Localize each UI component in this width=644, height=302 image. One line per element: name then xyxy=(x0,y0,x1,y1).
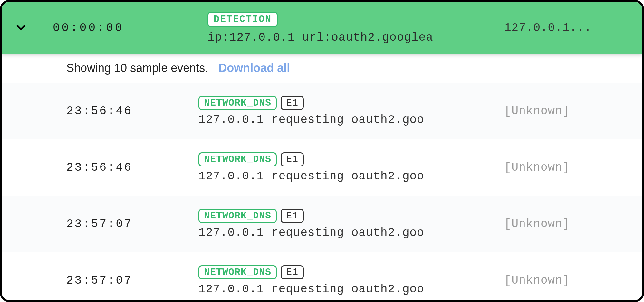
event-desc-cell: NETWORK_DNS E1 127.0.0.1 requesting oaut… xyxy=(198,152,504,183)
event-time: 23:56:46 xyxy=(66,161,198,174)
detection-header-row[interactable]: 00:00:00 DETECTION ip:127.0.0.1 url:oaut… xyxy=(2,2,642,54)
event-code-badge: E1 xyxy=(281,96,304,110)
event-time: 23:57:07 xyxy=(66,217,198,231)
event-time: 23:56:46 xyxy=(66,105,198,118)
event-text: 127.0.0.1 requesting oauth2.goo xyxy=(198,283,504,296)
header-source: 127.0.0.1... xyxy=(504,21,633,35)
event-panel: 00:00:00 DETECTION ip:127.0.0.1 url:oaut… xyxy=(0,0,644,302)
event-text: 127.0.0.1 requesting oauth2.goo xyxy=(198,170,504,183)
header-description: ip:127.0.0.1 url:oauth2.googlea xyxy=(207,31,498,44)
event-row[interactable]: 23:56:46 NETWORK_DNS E1 127.0.0.1 reques… xyxy=(2,139,642,196)
event-code-badge: E1 xyxy=(281,152,304,166)
event-row[interactable]: 23:57:07 NETWORK_DNS E1 127.0.0.1 reques… xyxy=(2,196,642,252)
event-row[interactable]: 23:57:07 NETWORK_DNS E1 127.0.0.1 reques… xyxy=(2,252,642,302)
event-text: 127.0.0.1 requesting oauth2.goo xyxy=(198,226,504,239)
event-type-badge: NETWORK_DNS xyxy=(198,209,277,223)
sample-count-label: Showing 10 sample events. xyxy=(66,61,208,75)
sample-events-subheader: Showing 10 sample events. Download all xyxy=(2,54,642,83)
event-source: [Unknown] xyxy=(504,274,633,287)
download-all-link[interactable]: Download all xyxy=(218,61,290,75)
event-desc-cell: NETWORK_DNS E1 127.0.0.1 requesting oaut… xyxy=(198,265,504,296)
event-type-badge: NETWORK_DNS xyxy=(198,265,277,279)
event-desc-cell: NETWORK_DNS E1 127.0.0.1 requesting oaut… xyxy=(198,209,504,239)
event-code-badge: E1 xyxy=(281,265,304,279)
event-time: 23:57:07 xyxy=(66,274,198,287)
event-code-badge: E1 xyxy=(281,209,304,223)
chevron-down-icon xyxy=(14,21,28,35)
header-time: 00:00:00 xyxy=(53,21,207,35)
event-type-badge: NETWORK_DNS xyxy=(198,96,277,110)
event-row[interactable]: 23:56:46 NETWORK_DNS E1 127.0.0.1 reques… xyxy=(2,83,642,139)
header-description-cell: DETECTION ip:127.0.0.1 url:oauth2.google… xyxy=(207,12,504,44)
event-source: [Unknown] xyxy=(504,161,633,174)
event-text: 127.0.0.1 requesting oauth2.goo xyxy=(198,113,504,126)
event-source: [Unknown] xyxy=(504,217,633,231)
event-desc-cell: NETWORK_DNS E1 127.0.0.1 requesting oaut… xyxy=(198,96,504,126)
expand-toggle[interactable] xyxy=(11,21,53,35)
detection-badge: DETECTION xyxy=(207,12,278,27)
event-type-badge: NETWORK_DNS xyxy=(198,152,277,166)
event-source: [Unknown] xyxy=(504,105,633,118)
